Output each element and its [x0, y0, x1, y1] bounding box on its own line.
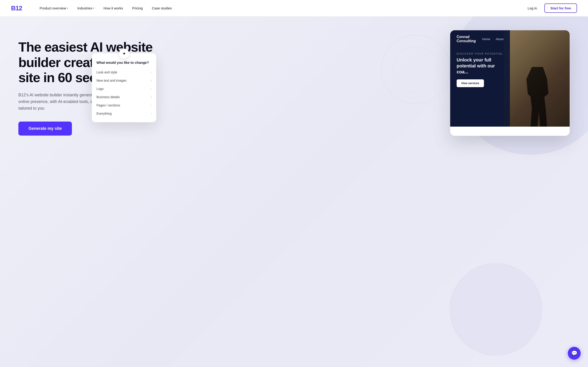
site-preview-company-name: Conrad Consulting	[457, 35, 482, 43]
site-preview-nav-links: Home About	[482, 37, 503, 41]
site-preview-headline: Unlock your full potential with our coa.…	[457, 57, 503, 75]
ai-popup-item-business-details[interactable]: Business details ›	[92, 93, 156, 101]
hero-mockup-area: ✦ What would you like to change? Look an…	[156, 35, 570, 136]
chevron-right-icon: ›	[151, 79, 152, 82]
ai-popup-item-look-style[interactable]: Look and style ›	[92, 68, 156, 76]
nav-links: Product overview ▾ Industries ▾ How it w…	[36, 4, 524, 12]
site-mockup-card: Conrad Consulting Home About DISCOVER YO…	[450, 30, 570, 136]
site-preview-cta-button[interactable]: View services	[457, 79, 484, 87]
chevron-right-icon: ›	[151, 104, 152, 107]
nav-actions: Log in Start for free	[524, 3, 577, 13]
site-preview-hero-text: DISCOVER YOUR POTENTIAL Unlock your full…	[450, 48, 510, 92]
nav-how-it-works[interactable]: How it works	[100, 4, 127, 12]
site-preview-area: Conrad Consulting Home About DISCOVER YO…	[450, 30, 570, 127]
login-link[interactable]: Log in	[524, 4, 541, 12]
nav-product-overview[interactable]: Product overview ▾	[36, 4, 72, 12]
chat-support-button[interactable]: 💬	[568, 347, 581, 360]
mockup-bottom-bar	[450, 127, 570, 136]
hero-section: The easiest AI website builder creates y…	[0, 17, 588, 367]
ai-popup-item-everything[interactable]: Everything ›	[92, 109, 156, 118]
ai-popup-item-pages-sections[interactable]: Pages / sections ›	[92, 101, 156, 109]
nav-pricing[interactable]: Pricing	[129, 4, 147, 12]
ai-popup-item-text-images[interactable]: New text and images ›	[92, 76, 156, 85]
brand-logo[interactable]: B12	[11, 5, 22, 12]
site-preview-image	[504, 30, 570, 127]
ai-change-popup: ✦ What would you like to change? Look an…	[92, 53, 156, 122]
chevron-right-icon: ›	[151, 112, 152, 115]
site-preview-nav-home: Home	[482, 37, 490, 41]
generate-site-button[interactable]: Generate my site	[18, 122, 72, 135]
site-preview-nav-about: About	[496, 37, 503, 41]
start-for-free-button[interactable]: Start for free	[544, 3, 577, 13]
nav-industries[interactable]: Industries ▾	[73, 4, 98, 12]
nav-case-studies[interactable]: Case studies	[148, 4, 175, 12]
chevron-right-icon: ›	[151, 95, 152, 99]
chevron-right-icon: ›	[151, 87, 152, 90]
sparkle-icon: ✦	[119, 49, 129, 59]
chevron-right-icon: ›	[151, 71, 152, 74]
ai-popup-title: What would you like to change?	[92, 58, 156, 68]
navigation: B12 Product overview ▾ Industries ▾ How …	[0, 0, 588, 17]
site-preview-eyebrow: DISCOVER YOUR POTENTIAL	[457, 52, 503, 55]
chevron-down-icon: ▾	[93, 7, 94, 9]
chevron-down-icon: ▾	[67, 7, 68, 9]
chat-icon: 💬	[571, 350, 578, 356]
ai-popup-item-logo[interactable]: Logo ›	[92, 85, 156, 93]
site-preview-nav: Conrad Consulting Home About	[450, 30, 510, 48]
